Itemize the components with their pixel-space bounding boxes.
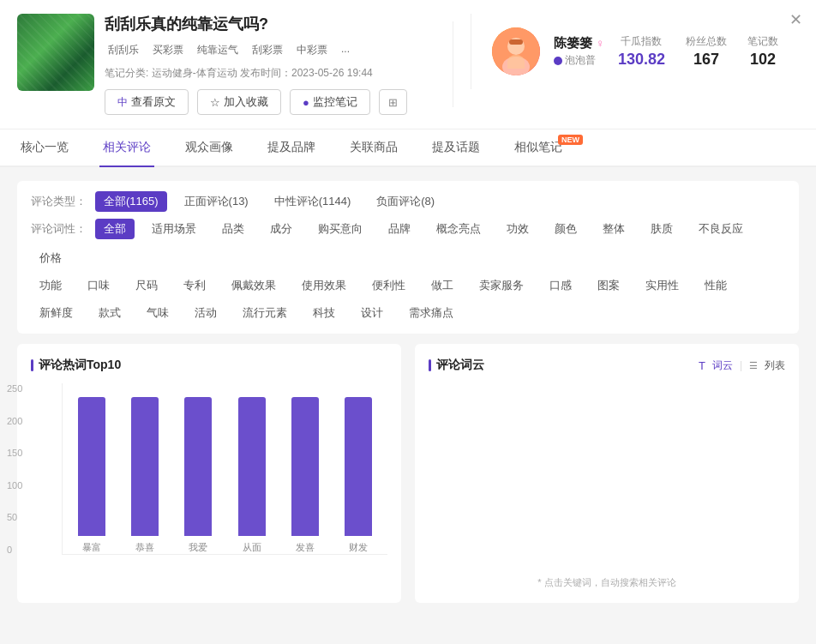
tab-badge-new: NEW — [558, 135, 583, 145]
toggle-list[interactable]: 列表 — [765, 358, 785, 373]
filter-word-tag[interactable]: 专利 — [175, 275, 214, 296]
word-cloud-note: * 点击关键词，自动搜索相关评论 — [429, 576, 785, 589]
filter-word-tag[interactable]: 肤质 — [642, 219, 681, 239]
tab-brand[interactable]: 提及品牌 — [264, 129, 319, 167]
stat-label: 粉丝总数 — [686, 34, 727, 49]
article-tags: 刮刮乐买彩票纯靠运气刮彩票中彩票... — [105, 41, 435, 59]
filter-word-tag[interactable]: 价格 — [31, 248, 70, 268]
tab-audience[interactable]: 观众画像 — [182, 129, 237, 167]
filter-word-tag[interactable]: 品类 — [213, 219, 253, 239]
filter-word-tag[interactable]: 科技 — [304, 303, 344, 323]
bar-chart-inner: 暴富 恭喜 我爱 从面 发喜 财发 — [62, 383, 387, 555]
filter-word-tag[interactable]: 活动 — [186, 303, 225, 323]
filter-word-tag[interactable]: 性能 — [696, 275, 735, 296]
filter-word-tag[interactable]: 整体 — [594, 219, 633, 239]
bar-group: 财发 — [336, 397, 381, 554]
toggle-word-cloud[interactable]: 词云 — [712, 358, 733, 373]
tab-comments[interactable]: 相关评论 — [99, 129, 154, 167]
author-name: 陈篓篓 ♀ — [554, 35, 604, 51]
bar-label: 发喜 — [296, 541, 315, 554]
charts-row: 评论热词Top10 250 200 150 100 50 0 暴富 恭喜 — [17, 344, 799, 603]
author-stats: 千瓜指数 130.82粉丝总数 167笔记数 102 — [618, 34, 778, 69]
tab-core[interactable]: 核心一览 — [17, 129, 72, 167]
article-tag[interactable]: 中彩票 — [293, 41, 331, 59]
filter-word-tag[interactable]: 需求痛点 — [400, 303, 462, 323]
bar-label: 我爱 — [189, 541, 207, 554]
bar[interactable] — [184, 397, 212, 536]
filter-word-tag[interactable]: 设计 — [352, 303, 392, 323]
bar[interactable] — [78, 397, 105, 536]
filter-word-tag[interactable]: 口味 — [79, 275, 118, 296]
filter-word-tag[interactable]: 做工 — [423, 275, 462, 296]
article-tag[interactable]: 纯靠运气 — [194, 41, 242, 59]
filter-word-tag[interactable]: 卖家服务 — [471, 275, 532, 296]
filter-word-tag[interactable]: 购买意向 — [309, 219, 371, 239]
tab-topics[interactable]: 提及话题 — [429, 129, 483, 167]
filter-word-tag[interactable]: 成分 — [261, 219, 301, 239]
filter-word-tag[interactable]: 使用效果 — [293, 275, 355, 296]
filter-word-tag[interactable]: 品牌 — [380, 219, 419, 239]
collect-icon: ☆ — [210, 96, 220, 109]
article-actions: 中 查看原文 ☆ 加入收藏 ● 监控笔记 ⊞ — [105, 89, 435, 115]
stat-value: 130.82 — [618, 51, 665, 69]
view-icon: 中 — [117, 95, 128, 110]
filter-word-tag[interactable]: 功能 — [31, 275, 70, 296]
view-original-button[interactable]: 中 查看原文 — [105, 89, 189, 115]
article-tag[interactable]: 买彩票 — [149, 41, 187, 59]
filter-word-tag[interactable]: 口感 — [541, 275, 580, 296]
filter-word-tag[interactable]: 图案 — [589, 275, 628, 296]
filter-word-tag[interactable]: 适用场景 — [143, 219, 205, 239]
filter-word-tag[interactable]: 概念亮点 — [428, 219, 489, 239]
filter-type-tag[interactable]: 中性评论(1144) — [266, 191, 360, 212]
filter-type-tag[interactable]: 全部(1165) — [95, 191, 167, 212]
monitor-button[interactable]: ● 监控笔记 — [290, 89, 370, 115]
filter-word-tag[interactable]: 功效 — [498, 219, 537, 239]
list-icon: ☰ — [749, 360, 758, 371]
article-title: 刮刮乐真的纯靠运气吗? — [105, 14, 435, 34]
bar[interactable] — [238, 397, 266, 536]
filter-word-tag[interactable]: 新鲜度 — [31, 303, 81, 323]
avatar-image — [492, 27, 540, 75]
filter-word-tag[interactable]: 气味 — [138, 303, 177, 323]
title-bar-icon — [31, 359, 33, 371]
filter-type-tag[interactable]: 负面评论(8) — [368, 191, 443, 212]
filter-word-tag[interactable]: 全部 — [95, 219, 135, 239]
tab-similar[interactable]: 相似笔记NEW — [511, 129, 566, 167]
author-info: 陈篓篓 ♀ 泡泡普 — [554, 35, 604, 68]
tabs-bar: 核心一览相关评论观众画像提及品牌关联商品提及话题相似笔记NEW — [0, 129, 816, 167]
filter-word-tag[interactable]: 不良反应 — [690, 219, 752, 239]
grid-view-button[interactable]: ⊞ — [379, 89, 407, 115]
article-tag[interactable]: 刮刮乐 — [105, 41, 142, 59]
filter-word-tag[interactable]: 实用性 — [637, 275, 687, 296]
tab-goods[interactable]: 关联商品 — [346, 129, 401, 167]
bar-group: 暴富 — [69, 397, 114, 554]
avatar — [492, 27, 540, 75]
gender-icon: ♀ — [596, 37, 604, 50]
filter-word-tag[interactable]: 款式 — [90, 303, 129, 323]
filter-word-tag[interactable]: 颜色 — [546, 219, 585, 239]
bar-group: 发喜 — [283, 397, 327, 554]
bar-chart: 250 200 150 100 50 0 暴富 恭喜 我爱 从面 发喜 财发 — [31, 383, 387, 589]
bar[interactable] — [345, 397, 372, 536]
filter-word-tag[interactable]: 尺码 — [127, 275, 166, 296]
article-tag[interactable]: 刮彩票 — [249, 41, 286, 59]
word-cloud-card: 评论词云 T 词云 | ☰ 列表 发财快乐财运来从面发喜恭喜暴富我爱财神八方接财… — [415, 344, 799, 603]
filter-word-tag[interactable]: 流行元素 — [234, 303, 296, 323]
article-meta: 笔记分类: 运动健身-体育运动 发布时间：2023-05-26 19:44 — [105, 66, 435, 81]
bar[interactable] — [291, 397, 319, 536]
article-tag[interactable]: ... — [338, 41, 353, 59]
article-card: 刮刮乐真的纯靠运气吗? 刮刮乐买彩票纯靠运气刮彩票中彩票... 笔记分类: 运动… — [0, 0, 816, 129]
filter-type-line: 评论类型： 全部(1165)正面评论(13)中性评论(1144)负面评论(8) — [31, 191, 785, 212]
bar-group: 从面 — [230, 397, 274, 554]
y-axis: 250 200 150 100 50 0 — [7, 383, 22, 555]
filter-type-tag[interactable]: 正面评论(13) — [176, 191, 257, 212]
filter-word-tag[interactable]: 佩戴效果 — [223, 275, 285, 296]
bar-label: 恭喜 — [135, 541, 154, 554]
bar[interactable] — [131, 397, 159, 536]
close-button[interactable]: ✕ — [789, 10, 802, 29]
collect-button[interactable]: ☆ 加入收藏 — [197, 89, 281, 115]
filter-word-tag[interactable]: 便利性 — [363, 275, 414, 296]
divider — [453, 21, 453, 107]
bar-label: 暴富 — [82, 541, 101, 554]
word-cloud-controls: T 词云 | ☰ 列表 — [699, 358, 785, 373]
